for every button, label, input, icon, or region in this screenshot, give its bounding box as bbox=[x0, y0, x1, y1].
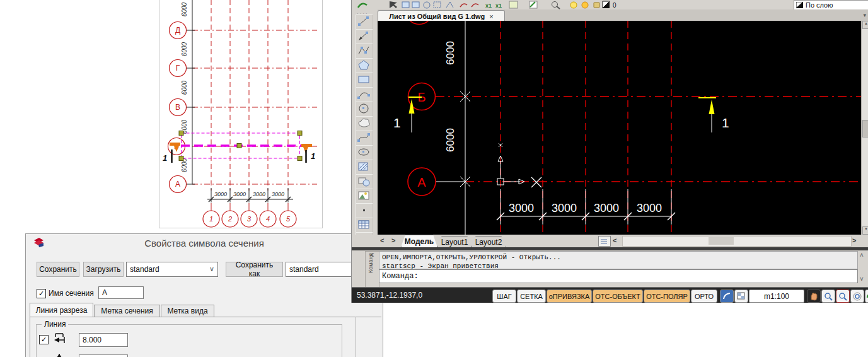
toggle-osnap[interactable]: оПРИВЯЗКА bbox=[547, 290, 592, 303]
layout-next-icon[interactable]: > bbox=[391, 237, 395, 244]
cad-window: x1x1 0 По слою Лист и bbox=[351, 0, 868, 303]
drawing-preview: 6000 6000 6000 6000 6000 Д Г В Б А bbox=[159, 0, 323, 228]
tab-overflow-icon[interactable]: ▾ bbox=[863, 12, 866, 18]
ui-style-button[interactable] bbox=[720, 290, 734, 303]
document-tab[interactable]: Лист из Общий вид G 1.dwg × bbox=[378, 10, 505, 21]
tool-hatch[interactable] bbox=[356, 160, 373, 175]
h-scroll-thumb[interactable] bbox=[709, 237, 734, 245]
svg-text:3000: 3000 bbox=[552, 202, 577, 214]
save-button[interactable]: Сохранить bbox=[37, 262, 79, 277]
tab-model[interactable]: Модель bbox=[401, 235, 437, 247]
zoom-extents-icon[interactable] bbox=[850, 290, 864, 303]
command-input[interactable]: Команда: bbox=[379, 269, 858, 283]
hscroll-left-icon[interactable]: < bbox=[613, 237, 616, 244]
load-button[interactable]: Загрузить bbox=[83, 262, 124, 277]
scale-field[interactable]: m1:100 bbox=[749, 290, 804, 303]
line-width-input[interactable]: 8.000 bbox=[79, 333, 128, 347]
wipeout-button[interactable] bbox=[734, 290, 748, 303]
tool-rectangle[interactable] bbox=[356, 73, 373, 88]
command-scroll-down-icon[interactable]: ˅ bbox=[860, 276, 864, 283]
svg-text:В: В bbox=[175, 103, 180, 112]
svg-text:3000: 3000 bbox=[233, 191, 246, 197]
layout-tabbar: < > Модель Layout1 Layout2 < > bbox=[352, 235, 868, 247]
command-scroll-up-icon[interactable]: ˄ bbox=[860, 252, 864, 259]
tool-cloud[interactable] bbox=[356, 116, 373, 131]
svg-text:0: 0 bbox=[613, 2, 616, 9]
ucs-icon bbox=[497, 143, 524, 185]
svg-text:1: 1 bbox=[209, 215, 213, 223]
tool-ellipse[interactable] bbox=[356, 145, 373, 160]
tool-line[interactable] bbox=[356, 15, 373, 30]
style-combobox[interactable]: standard ∨ bbox=[126, 262, 218, 277]
section-name-checkbox[interactable]: ✓ bbox=[37, 289, 46, 298]
tab-panel-left bbox=[30, 317, 30, 357]
tool-polyline[interactable] bbox=[356, 29, 373, 44]
v-scroll-thumb[interactable] bbox=[862, 120, 868, 138]
section-name-input[interactable]: A bbox=[98, 286, 144, 299]
tool-region[interactable] bbox=[356, 174, 373, 189]
toggle-grid[interactable]: СЕТКА bbox=[517, 290, 546, 303]
line-group-label: Линия bbox=[42, 320, 68, 329]
layout-prev-icon[interactable]: < bbox=[380, 237, 384, 244]
v-scrollbar[interactable]: ▲ ▼ bbox=[861, 21, 868, 235]
tab-view-mark[interactable]: Метка вида bbox=[161, 305, 214, 317]
tool-spline[interactable] bbox=[356, 131, 373, 146]
command-history-line: OPEN,ИМПОРТА,ОТКРЫТЬ,УРЛОТКРОЙ - Открыть… bbox=[382, 253, 857, 262]
svg-text:3000: 3000 bbox=[509, 202, 534, 214]
svg-text:А: А bbox=[417, 175, 426, 189]
layout-list-icon[interactable] bbox=[598, 236, 611, 247]
scroll-down-icon[interactable]: ▼ bbox=[862, 226, 868, 235]
command-history[interactable]: OPEN,ИМПОРТА,ОТКРЫТЬ,УРЛОТКРОЙ - Открыть… bbox=[379, 251, 858, 269]
chevron-down-icon[interactable]: ∨ bbox=[209, 265, 214, 273]
svg-text:А: А bbox=[175, 180, 180, 189]
svg-text:2: 2 bbox=[228, 215, 232, 223]
tab-layout1[interactable]: Layout1 bbox=[437, 236, 472, 247]
status-bar: 53.3871,-12.1937,0 ШАГ СЕТКА оПРИВЯЗКА О… bbox=[352, 287, 868, 303]
toggle-otrack-polar[interactable]: ОТС-ПОЛЯР bbox=[644, 290, 690, 303]
tool-arc[interactable] bbox=[356, 87, 373, 102]
tab-layout2[interactable]: Layout2 bbox=[472, 236, 506, 247]
tool-node-polyline[interactable] bbox=[356, 44, 373, 59]
svg-text:Д: Д bbox=[175, 26, 180, 35]
offset-left-icon bbox=[53, 332, 67, 344]
toggle-snap[interactable]: ШАГ bbox=[492, 290, 516, 303]
zoom-icon[interactable] bbox=[821, 290, 835, 303]
zoom-window-icon[interactable] bbox=[836, 290, 850, 303]
tab-cut-line[interactable]: Линия разреза bbox=[30, 303, 93, 317]
svg-text:1: 1 bbox=[722, 115, 729, 130]
save-as-button[interactable]: Сохранить как bbox=[226, 262, 283, 277]
tab-section-mark[interactable]: Метка сечения bbox=[94, 305, 160, 317]
grid-bubble-top bbox=[406, 21, 433, 25]
tool-circle[interactable] bbox=[356, 102, 373, 117]
toolbar-grip[interactable]: ···· bbox=[357, 11, 369, 13]
tool-polygon[interactable] bbox=[356, 58, 373, 73]
regen-icon[interactable] bbox=[865, 290, 868, 303]
pan-hand-icon[interactable] bbox=[807, 290, 821, 303]
svg-text:1: 1 bbox=[311, 151, 315, 161]
tool-image[interactable] bbox=[356, 189, 373, 204]
svg-text:3000: 3000 bbox=[637, 202, 662, 214]
svg-text:6000: 6000 bbox=[181, 2, 188, 16]
screen: 6000 6000 6000 6000 6000 Д Г В Б А bbox=[0, 0, 868, 357]
svg-text:1: 1 bbox=[163, 153, 167, 163]
svg-text:1: 1 bbox=[393, 115, 401, 130]
h-scrollbar[interactable] bbox=[622, 236, 852, 247]
tool-table[interactable] bbox=[356, 218, 373, 233]
section-arrow-right: 1 bbox=[698, 98, 729, 132]
dialog-titlebar[interactable]: Свойства символа сечения bbox=[26, 234, 383, 251]
svg-text:3: 3 bbox=[247, 215, 252, 223]
second-input[interactable] bbox=[79, 354, 128, 357]
section-name-label: Имя сечения bbox=[49, 289, 94, 298]
close-icon[interactable]: × bbox=[489, 13, 493, 20]
line-width-checkbox[interactable]: ✓ bbox=[39, 335, 49, 344]
command-panel-titlebar[interactable]: × Команд bbox=[365, 251, 379, 288]
draw-toolbar: ···· T bbox=[352, 9, 378, 250]
layer-color-combobox[interactable]: По слою bbox=[794, 0, 868, 10]
model-canvas[interactable]: 6000 6000 Б А 1 bbox=[378, 21, 861, 235]
scroll-up-icon[interactable]: ▲ bbox=[862, 21, 868, 29]
hscroll-right-icon[interactable]: > bbox=[852, 237, 856, 244]
tool-point[interactable] bbox=[356, 203, 373, 218]
toggle-otrack-object[interactable]: ОТС-ОБЪЕКТ bbox=[593, 290, 643, 303]
toggle-ortho[interactable]: ОРТО bbox=[691, 290, 717, 303]
top-toolbar-icons[interactable]: x1x1 0 bbox=[352, 0, 868, 9]
